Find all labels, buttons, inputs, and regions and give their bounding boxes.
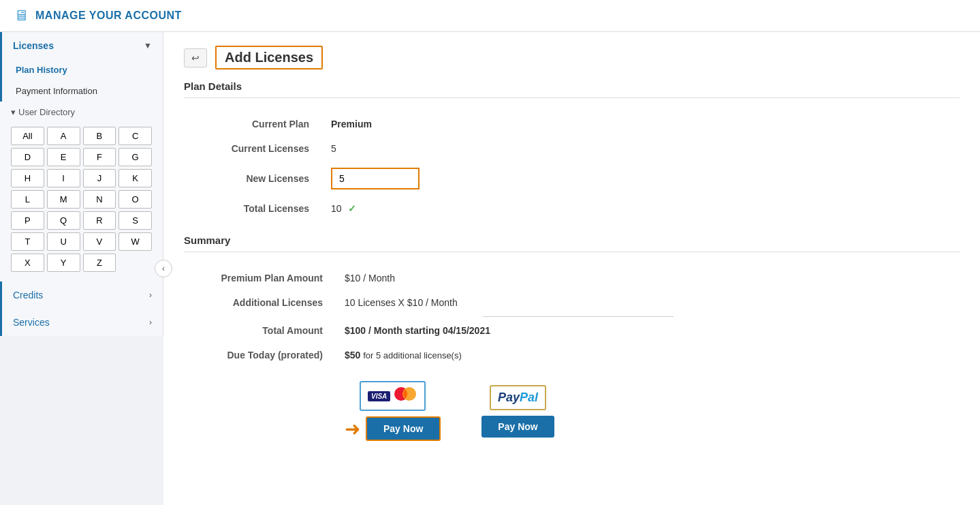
summary-table: Premium Plan Amount $10 / Month Addition… [184, 266, 960, 367]
premium-plan-value: $10 / Month [334, 266, 960, 290]
premium-plan-label: Premium Plan Amount [184, 266, 334, 290]
payment-section: VISA ➜ Pay Now [184, 381, 960, 441]
current-plan-row: Current Plan Premium [184, 112, 960, 136]
letter-A[interactable]: A [47, 127, 80, 145]
new-licenses-row: New Licenses [184, 161, 960, 196]
due-today-value-cell: $50 for 5 additional license(s) [334, 343, 960, 367]
header-title: MANAGE YOUR ACCOUNT [35, 10, 182, 22]
paypal-payment-option: PayPal Pay Now [481, 385, 554, 438]
letter-D[interactable]: D [11, 148, 44, 166]
due-today-amount: $50 [345, 350, 360, 361]
new-licenses-input[interactable] [331, 168, 420, 189]
header: 🖥 MANAGE YOUR ACCOUNT [0, 0, 980, 32]
content-area: ↩ Add Licenses Plan Details Current Plan… [163, 32, 980, 505]
current-licenses-label: Current Licenses [184, 136, 320, 161]
page-title: Add Licenses [215, 46, 323, 70]
total-amount-value: $100 / Month starting 04/15/2021 [334, 318, 960, 343]
services-chevron: › [149, 318, 152, 327]
additional-licenses-value: 10 Licenses X $10 / Month [334, 290, 960, 315]
total-licenses-value: 10 [331, 203, 342, 214]
due-today-row: Due Today (prorated) $50 for 5 additiona… [184, 343, 960, 367]
letter-R[interactable]: R [83, 211, 116, 230]
letter-E[interactable]: E [47, 148, 80, 166]
letter-G[interactable]: G [118, 148, 152, 166]
letter-L[interactable]: L [11, 190, 44, 209]
sidebar-services[interactable]: Services › [0, 309, 163, 336]
current-licenses-row: Current Licenses 5 [184, 136, 960, 161]
manage-account-icon: 🖥 [14, 7, 29, 25]
letter-O[interactable]: O [118, 190, 152, 209]
services-label: Services [13, 317, 50, 328]
sidebar-payment-info[interactable]: Payment Information [2, 80, 163, 102]
card-pay-row: ➜ Pay Now [345, 416, 441, 441]
sidebar-item-licenses[interactable]: Licenses ▼ [2, 32, 163, 59]
total-licenses-cell: 10 ✓ [320, 196, 960, 221]
current-plan-label: Current Plan [184, 112, 320, 136]
plan-details-title: Plan Details [184, 80, 960, 92]
licenses-label: Licenses [13, 40, 54, 51]
summary-divider [184, 251, 960, 252]
total-amount-row: Total Amount $100 / Month starting 04/15… [184, 318, 960, 343]
current-licenses-value: 5 [320, 136, 960, 161]
paypal-payment-box: PayPal [490, 385, 546, 410]
letter-I[interactable]: I [47, 169, 80, 187]
due-today-label: Due Today (prorated) [184, 343, 334, 367]
letter-W[interactable]: W [118, 232, 152, 251]
credits-label: Credits [13, 290, 43, 301]
total-licenses-label: Total Licenses [184, 196, 320, 221]
mastercard-icon [393, 386, 417, 405]
visa-icon: VISA [368, 391, 390, 401]
letter-K[interactable]: K [118, 169, 152, 187]
credits-chevron: › [149, 290, 152, 300]
page-header: ↩ Add Licenses [184, 46, 960, 70]
letter-J[interactable]: J [83, 169, 116, 187]
letter-M[interactable]: M [47, 190, 80, 209]
card-payment-option: VISA ➜ Pay Now [345, 381, 441, 441]
user-dir-arrow: ▾ [11, 107, 16, 117]
additional-licenses-row: Additional Licenses 10 Licenses X $10 / … [184, 290, 960, 315]
summary-title: Summary [184, 234, 960, 246]
licenses-chevron: ▼ [144, 41, 152, 50]
premium-plan-row: Premium Plan Amount $10 / Month [184, 266, 960, 290]
paypal-logo-text: PayPal [498, 391, 538, 405]
letter-All[interactable]: All [11, 127, 44, 145]
sidebar-plan-history[interactable]: Plan History [2, 59, 163, 80]
pay-now-paypal-button[interactable]: Pay Now [481, 416, 554, 438]
new-licenses-label: New Licenses [184, 161, 320, 196]
due-today-note: for 5 additional license(s) [363, 350, 462, 361]
new-licenses-input-cell [320, 161, 960, 196]
pay-now-card-button[interactable]: Pay Now [366, 416, 441, 441]
letter-F[interactable]: F [83, 148, 116, 166]
back-button[interactable]: ↩ [184, 48, 207, 67]
letter-C[interactable]: C [118, 127, 152, 145]
letter-P[interactable]: P [11, 211, 44, 230]
letter-Z[interactable]: Z [83, 254, 116, 272]
letter-H[interactable]: H [11, 169, 44, 187]
letter-U[interactable]: U [47, 232, 80, 251]
current-plan-value: Premium [320, 112, 960, 136]
sidebar-section-licenses[interactable]: Licenses ▼ Plan History Payment Informat… [0, 32, 163, 102]
total-licenses-row: Total Licenses 10 ✓ [184, 196, 960, 221]
letter-Q[interactable]: Q [47, 211, 80, 230]
letter-N[interactable]: N [83, 190, 116, 209]
sidebar-panel: Licenses ▼ Plan History Payment Informat… [0, 32, 163, 336]
letter-Y[interactable]: Y [47, 254, 80, 272]
total-amount-label: Total Amount [184, 318, 334, 343]
card-payment-box: VISA [360, 381, 426, 411]
letter-X[interactable]: X [11, 254, 44, 272]
sidebar: Licenses ▼ Plan History Payment Informat… [0, 32, 163, 505]
letter-S[interactable]: S [118, 211, 152, 230]
letter-T[interactable]: T [11, 232, 44, 251]
main-layout: Licenses ▼ Plan History Payment Informat… [0, 32, 980, 505]
plan-details-table: Current Plan Premium Current Licenses 5 … [184, 112, 960, 221]
mastercard-svg [393, 386, 417, 401]
sidebar-credits[interactable]: Credits › [0, 281, 163, 309]
plan-details-divider [184, 97, 960, 98]
sidebar-collapse-button[interactable]: ‹ [155, 260, 172, 277]
letter-grid: All A B C D E F G H I J K L M N O P Q R … [0, 123, 163, 276]
user-directory-label[interactable]: ▾ User Directory [0, 102, 163, 123]
user-dir-text: User Directory [18, 107, 75, 117]
arrow-icon: ➜ [345, 418, 360, 440]
letter-V[interactable]: V [83, 232, 116, 251]
letter-B[interactable]: B [83, 127, 116, 145]
